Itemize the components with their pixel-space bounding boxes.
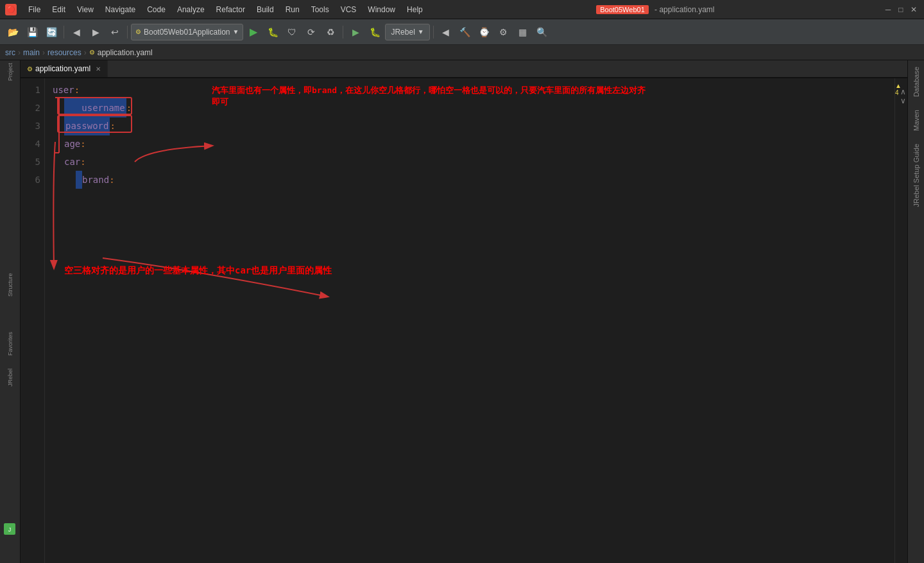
menu-help[interactable]: Help	[402, 4, 428, 15]
save-button[interactable]: 💾	[23, 23, 41, 41]
panel-database[interactable]: Database	[910, 60, 923, 103]
layout-button[interactable]: ▦	[514, 23, 532, 41]
right-gutter: ▲ 4 ∧∨	[894, 78, 907, 563]
breadcrumb: src › main › resources › ⚙ application.y…	[0, 45, 924, 60]
tab-label: application.yaml	[35, 64, 90, 73]
breadcrumb-sep-1: ›	[18, 48, 21, 57]
menu-build[interactable]: Build	[252, 4, 279, 15]
editor-body: 1 2 3 4 5 6 user: username:	[21, 78, 907, 563]
menu-view[interactable]: View	[72, 4, 99, 15]
reload-class-button[interactable]: ♻	[321, 23, 339, 41]
menu-edit[interactable]: Edit	[47, 4, 71, 15]
toolbar-separator-1	[64, 26, 64, 39]
jrebel-debug-button[interactable]: 🐛	[366, 23, 384, 41]
code-line-1: user:	[53, 81, 894, 99]
run-button[interactable]: ▶	[244, 23, 262, 41]
run-coverage-button[interactable]: 🛡	[283, 23, 301, 41]
settings-button[interactable]: ⚙	[495, 23, 513, 41]
sidebar-project-icon[interactable]: Project	[1, 63, 19, 81]
code-line-4: age:	[53, 135, 894, 153]
forward-button[interactable]: ▶	[87, 23, 105, 41]
jrebel-bottom-icon[interactable]: J	[4, 523, 15, 537]
debug-button[interactable]: 🐛	[264, 23, 282, 41]
scroll-arrows[interactable]: ∧∨	[900, 87, 906, 105]
breadcrumb-sep-3: ›	[84, 48, 87, 57]
annotation-user-text: 空三格对齐的是用户的一些基本属性，其中car也是用户里面的属性	[64, 264, 332, 277]
menu-file[interactable]: File	[23, 4, 46, 15]
jrebel-run-button[interactable]: ▶	[346, 23, 364, 41]
minimize-button[interactable]: ─	[883, 4, 893, 15]
toolbar-separator-4	[433, 26, 434, 39]
toolbar: 📂 💾 🔄 ◀ ▶ ↩ ⚙ Boot05Web01Application ▼ ▶…	[0, 19, 924, 45]
panel-jrebel-setup[interactable]: JRebel Setup Guide	[910, 137, 923, 213]
menu-tools[interactable]: Tools	[306, 4, 334, 15]
breadcrumb-main[interactable]: main	[23, 48, 40, 57]
tab-application-yaml[interactable]: ⚙ application.yaml ✕	[21, 60, 108, 77]
right-panel: Database Maven JRebel Setup Guide	[907, 60, 924, 563]
menu-vcs[interactable]: VCS	[336, 4, 362, 15]
menu-navigate[interactable]: Navigate	[100, 4, 141, 15]
yaml-icon: ⚙	[89, 49, 95, 56]
title-bar: 🔴 File Edit View Navigate Code Analyze R…	[0, 0, 924, 19]
breadcrumb-file[interactable]: application.yaml	[98, 48, 153, 57]
code-line-6: brand:	[53, 171, 894, 189]
open-button[interactable]: 📂	[4, 23, 22, 41]
add-watch-button[interactable]: ⌚	[475, 23, 493, 41]
panel-maven[interactable]: Maven	[910, 103, 923, 137]
menu-window[interactable]: Window	[363, 4, 400, 15]
left-sidebar: Project Structure Favorites JRebel J	[0, 60, 21, 563]
editor-tabs: ⚙ application.yaml ✕	[21, 60, 907, 78]
maximize-button[interactable]: □	[896, 4, 906, 15]
close-button[interactable]: ✕	[909, 4, 919, 15]
menu-run[interactable]: Run	[280, 4, 305, 15]
code-line-2: username:	[53, 99, 894, 117]
code-line-3: password:	[53, 117, 894, 135]
reload-button[interactable]: ⟳	[302, 23, 320, 41]
editor-container: ⚙ application.yaml ✕ 1 2 3 4 5 6 user:	[21, 60, 907, 563]
sidebar-favorites-icon[interactable]: Favorites	[1, 335, 19, 353]
code-area[interactable]: user: username: password: age:	[45, 78, 894, 563]
title-bar-left: 🔴 File Edit View Navigate Code Analyze R…	[5, 4, 428, 15]
toolbar-separator-2	[127, 26, 128, 39]
window-controls: ─ □ ✕	[883, 4, 919, 15]
menu-refactor[interactable]: Refactor	[211, 4, 250, 15]
sidebar-jrebel-icon[interactable]: JRebel	[1, 368, 19, 386]
breadcrumb-resources[interactable]: resources	[47, 48, 81, 57]
line-numbers: 1 2 3 4 5 6	[21, 78, 45, 563]
breadcrumb-src[interactable]: src	[5, 48, 15, 57]
breadcrumb-sep-2: ›	[42, 48, 45, 57]
run-config-dropdown[interactable]: ⚙ Boot05Web01Application ▼	[131, 24, 243, 40]
sync-button[interactable]: 🔄	[42, 23, 60, 41]
tab-close-button[interactable]: ✕	[96, 65, 101, 73]
menu-analyze[interactable]: Analyze	[172, 4, 210, 15]
back-button[interactable]: ◀	[67, 23, 85, 41]
sidebar-structure-icon[interactable]: Structure	[1, 276, 19, 294]
code-line-5: car:	[53, 153, 894, 171]
build-artifact-button[interactable]: 🔨	[456, 23, 474, 41]
menu-code[interactable]: Code	[142, 4, 171, 15]
jrebel-dropdown[interactable]: JRebel ▼	[385, 24, 429, 40]
svg-text:J: J	[8, 526, 12, 533]
app-logo: 🔴	[5, 4, 17, 15]
tab-yaml-icon: ⚙	[27, 65, 33, 73]
search-button[interactable]: 🔍	[533, 23, 551, 41]
undo-button[interactable]: ↩	[106, 23, 124, 41]
toolbar-separator-3	[343, 26, 343, 39]
menu-bar: File Edit View Navigate Code Analyze Ref…	[23, 4, 428, 15]
back2-button[interactable]: ◀	[437, 23, 455, 41]
window-title: Boot05Web01 - application.yaml	[596, 5, 714, 14]
